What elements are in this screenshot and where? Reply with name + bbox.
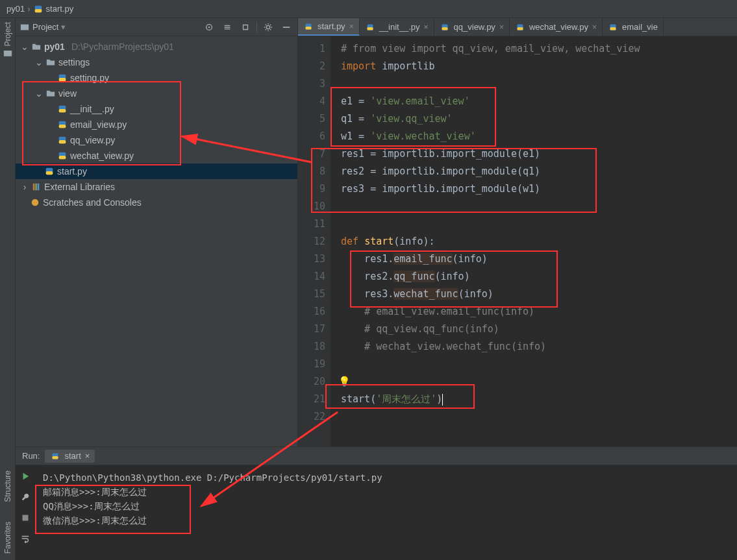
svg-point-5 <box>208 26 210 28</box>
breadcrumb-project[interactable]: py01 <box>6 4 25 14</box>
settings-gear-icon[interactable] <box>261 20 275 34</box>
tab-init-py[interactable]: __init__.py × <box>360 18 434 36</box>
chevron-down-icon[interactable]: ⌄ <box>35 88 43 99</box>
close-icon[interactable]: × <box>499 23 504 32</box>
run-config-tab[interactable]: start × <box>45 450 95 463</box>
dropdown-icon[interactable]: ▾ <box>61 22 66 32</box>
python-file-icon <box>440 22 450 32</box>
close-icon[interactable]: × <box>349 22 354 31</box>
svg-point-22 <box>32 199 39 206</box>
svg-rect-12 <box>59 125 66 128</box>
svg-point-6 <box>266 25 269 29</box>
svg-rect-16 <box>59 156 66 159</box>
run-output-line: 邮箱消息>>>:周末怎么过 <box>43 485 729 499</box>
tree-wechat-view-py[interactable]: wechat_view.py <box>16 148 297 164</box>
soft-wrap-icon[interactable] <box>18 531 32 546</box>
run-cmd-line: D:\Python\Python38\python.exe D:/Pycharm… <box>43 470 729 485</box>
tab-email-view-py[interactable]: email_vie <box>603 18 664 36</box>
tab-wechat-view-py[interactable]: wechat_view.py × <box>510 18 603 36</box>
divider <box>256 22 257 32</box>
tree-label: Scratches and Consoles <box>43 197 142 208</box>
tree-scratches[interactable]: Scratches and Consoles <box>16 195 297 210</box>
hide-icon[interactable] <box>279 20 294 34</box>
collapse-all-icon[interactable] <box>238 20 253 34</box>
close-icon[interactable]: × <box>85 451 90 461</box>
svg-rect-20 <box>35 184 37 191</box>
wrench-icon[interactable] <box>18 490 32 504</box>
tab-label: wechat_view.py <box>529 22 588 32</box>
root-name: py01 <box>44 42 65 52</box>
tree-qq-view-py[interactable]: qq_view.py <box>16 132 297 148</box>
tree-init-py[interactable]: __init__.py <box>16 101 297 117</box>
svg-rect-24 <box>306 27 312 30</box>
svg-rect-34 <box>53 456 58 459</box>
folder-label: view <box>58 88 77 99</box>
python-file-icon <box>50 451 60 461</box>
run-tab-label: start <box>64 451 81 461</box>
chevron-down-icon[interactable]: ⌄ <box>35 57 43 67</box>
tab-start-py[interactable]: start.py × <box>298 18 360 36</box>
tab-qq-view-py[interactable]: qq_view.py × <box>434 18 510 36</box>
python-file-icon <box>57 151 68 161</box>
tree-start-py[interactable]: start.py <box>16 164 297 179</box>
folder-icon <box>45 57 56 67</box>
close-icon[interactable]: × <box>424 23 429 32</box>
rail-favorites[interactable]: Favorites <box>3 522 12 554</box>
breadcrumb: py01 › start.py <box>0 0 737 18</box>
run-output[interactable]: D:\Python\Python38\python.exe D:/Pycharm… <box>35 465 737 560</box>
breadcrumb-file[interactable]: start.py <box>46 4 74 14</box>
svg-rect-8 <box>59 78 66 81</box>
file-label: start.py <box>57 166 87 177</box>
intention-bulb-icon[interactable]: 💡 <box>338 373 351 391</box>
svg-rect-2 <box>3 51 11 56</box>
tree-view-folder[interactable]: ⌄ view <box>16 86 297 101</box>
python-file-icon <box>57 119 68 130</box>
run-label: Run: <box>22 451 40 461</box>
svg-rect-26 <box>367 27 373 30</box>
chevron-down-icon[interactable]: ⌄ <box>21 42 29 52</box>
svg-rect-14 <box>59 140 66 143</box>
python-file-icon <box>57 104 68 114</box>
python-file-icon <box>303 21 314 32</box>
python-file-icon <box>608 22 618 32</box>
expand-all-icon[interactable] <box>220 20 234 34</box>
folder-label: settings <box>58 57 90 67</box>
svg-rect-30 <box>517 27 523 30</box>
run-header: Run: start × <box>16 447 737 465</box>
file-label: __init__.py <box>70 104 114 114</box>
python-file-icon <box>44 166 55 177</box>
svg-rect-3 <box>21 24 29 30</box>
run-play-icon[interactable] <box>18 469 32 483</box>
tab-label: __init__.py <box>379 22 420 32</box>
svg-rect-21 <box>38 184 40 191</box>
chevron-right-icon: › <box>27 4 30 14</box>
stop-icon[interactable] <box>18 511 32 525</box>
svg-rect-32 <box>610 27 616 30</box>
locate-icon[interactable] <box>202 20 216 34</box>
python-file-icon <box>515 22 525 32</box>
rail-structure[interactable]: Structure <box>3 470 12 502</box>
file-label: wechat_view.py <box>70 151 134 161</box>
left-tool-rail: Project Structure Favorites <box>0 18 16 560</box>
svg-rect-18 <box>46 171 53 175</box>
rail-project[interactable]: Project <box>3 22 12 58</box>
tab-label: qq_view.py <box>454 22 495 32</box>
text-caret <box>442 394 443 406</box>
run-tool-window: Run: start × D:\Python\Python38\python.e… <box>16 446 737 560</box>
close-icon[interactable]: × <box>592 23 597 32</box>
tree-email-view-py[interactable]: email_view.py <box>16 117 297 132</box>
svg-rect-10 <box>59 109 66 112</box>
tree-root[interactable]: ⌄ py01 D:\PycharmProjects\py01 <box>16 39 297 55</box>
tree-setting-py[interactable]: setting.py <box>16 70 297 86</box>
python-file-icon <box>57 135 68 145</box>
tree-external-libraries[interactable]: › External Libraries <box>16 179 297 195</box>
tree-settings-folder[interactable]: ⌄ settings <box>16 55 297 70</box>
editor-tabbar: start.py × __init__.py × qq_view.py × we… <box>298 18 737 36</box>
file-label: setting.py <box>70 73 109 83</box>
chevron-right-icon[interactable]: › <box>21 182 29 192</box>
python-file-icon <box>57 73 68 83</box>
sidebar-header: Project ▾ <box>16 18 297 36</box>
folder-icon <box>31 42 42 52</box>
library-icon <box>31 182 42 192</box>
sidebar-title: Project <box>32 22 58 32</box>
